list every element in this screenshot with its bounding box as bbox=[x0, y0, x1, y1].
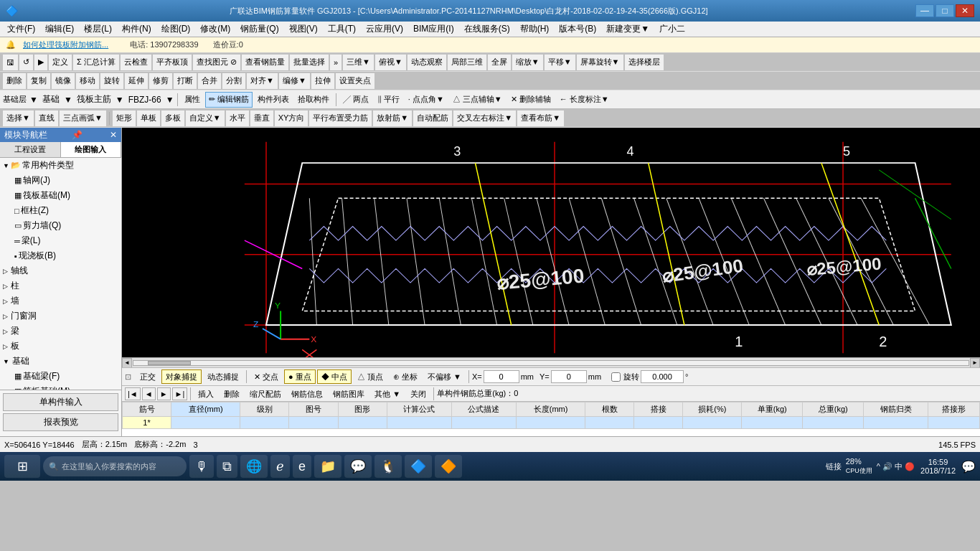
tree-node-fbeam[interactable]: ▦ 基础梁(F) bbox=[0, 369, 121, 384]
toolbar1-btn-12[interactable]: 俯视▼ bbox=[375, 55, 406, 70]
left-panel-close-icon[interactable]: ✕ bbox=[110, 130, 117, 140]
report-preview-button[interactable]: 报表预览 bbox=[3, 413, 118, 431]
edit-rebar-button[interactable]: ✏ 编辑钢筋 bbox=[205, 92, 253, 108]
table-row[interactable]: 1* bbox=[123, 417, 980, 429]
coord-snap-button[interactable]: ⊕ 坐标 bbox=[389, 369, 422, 384]
taskbar-app-cortana[interactable]: 🎙 bbox=[189, 455, 214, 478]
nav-next-button[interactable]: ► bbox=[157, 387, 171, 400]
scroll-thumb[interactable] bbox=[148, 361, 191, 365]
taskbar-app-wechat[interactable]: 💬 bbox=[344, 455, 372, 478]
menu-item-bimi[interactable]: BIM应用(I) bbox=[409, 22, 458, 37]
taskbar-app-app2[interactable]: 🔶 bbox=[435, 455, 462, 478]
toolbar2-btn-1[interactable]: 复制 bbox=[27, 73, 50, 89]
taskbar-app-ie2[interactable]: e bbox=[293, 455, 311, 478]
left-panel-pin-icon[interactable]: 📌 bbox=[72, 130, 83, 140]
toolbar3-btn-7[interactable]: 自定义▼ bbox=[186, 110, 225, 126]
tree-node-shearwall[interactable]: ▭ 剪力墙(Q) bbox=[0, 218, 121, 233]
menu-item-h[interactable]: 帮助(H) bbox=[516, 22, 554, 37]
vertex-snap-button[interactable]: △ 顶点 bbox=[353, 369, 387, 384]
three-point-axis-button[interactable]: △ 三点辅轴▼ bbox=[449, 92, 506, 108]
minimize-button[interactable]: — bbox=[915, 4, 934, 17]
menu-item-l[interactable]: 楼层(L) bbox=[80, 22, 116, 37]
taskbar-search[interactable]: 🔍 在这里输入你要搜索的内容 bbox=[43, 456, 187, 476]
parallel-button[interactable]: ∥ 平行 bbox=[374, 92, 403, 108]
nav-prev-button[interactable]: ◄ bbox=[142, 387, 156, 400]
menu-item-n[interactable]: 构件(N) bbox=[118, 22, 156, 37]
menu-item-v[interactable]: 云应用(V) bbox=[362, 22, 407, 37]
rotate-input[interactable] bbox=[641, 370, 684, 383]
toolbar3-btn-15[interactable]: 查看布筋▼ bbox=[517, 110, 564, 126]
rotate-checkbox[interactable] bbox=[611, 372, 621, 382]
menu-item-[interactable]: 新建变更▼ bbox=[602, 22, 654, 37]
menu-item-q[interactable]: 钢筋量(Q) bbox=[236, 22, 283, 37]
taskbar-app-app1[interactable]: 🔷 bbox=[405, 455, 432, 478]
toolbar1-btn-14[interactable]: 局部三维 bbox=[448, 55, 486, 70]
toolbar2-btn-8[interactable]: 合并 bbox=[198, 73, 221, 89]
close-table-button[interactable]: 关闭 bbox=[406, 387, 430, 400]
tab-project-settings[interactable]: 工程设置 bbox=[0, 142, 61, 157]
toolbar3-btn-10[interactable]: XY方向 bbox=[275, 110, 308, 126]
object-snap-button[interactable]: 对象捕捉 bbox=[161, 369, 202, 384]
close-button[interactable]: ✕ bbox=[956, 4, 974, 17]
taskbar-app-ie[interactable]: ℯ bbox=[270, 455, 290, 478]
toolbar3-btn-0[interactable]: 选择▼ bbox=[3, 110, 34, 126]
tree-node-beam2[interactable]: ▷ 梁 bbox=[0, 324, 121, 339]
toolbar2-btn-0[interactable]: 删除 bbox=[3, 73, 26, 89]
insert-row-button[interactable]: 插入 bbox=[194, 387, 218, 400]
toolbar3-btn-2[interactable]: 三点画弧▼ bbox=[60, 110, 106, 126]
scale-rebar-button[interactable]: 缩尺配筋 bbox=[245, 387, 286, 400]
orthogonal-button[interactable]: 正交 bbox=[136, 369, 160, 384]
toolbar1-btn-18[interactable]: 屏幕旋转▼ bbox=[577, 55, 623, 70]
toolbar1-btn-0[interactable]: 🖫 bbox=[3, 55, 18, 70]
taskbar-app-qq[interactable]: 🐧 bbox=[374, 455, 402, 478]
toolbar1-btn-16[interactable]: 缩放▼ bbox=[512, 55, 543, 70]
cad-viewport[interactable]: ⌀25@100 ⌀25@100 ⌀25@100 3 4 5 1 2 X Y Z bbox=[122, 128, 980, 367]
tree-node-slab[interactable]: ▪ 现浇板(B) bbox=[0, 248, 121, 263]
x-coord-input[interactable] bbox=[484, 370, 519, 383]
toolbar1-btn-11[interactable]: 三维▼ bbox=[343, 55, 374, 70]
menu-item-f[interactable]: 文件(F) bbox=[3, 22, 39, 37]
toolbar3-btn-8[interactable]: 水平 bbox=[226, 110, 249, 126]
component-list-button[interactable]: 构件列表 bbox=[254, 92, 293, 108]
menu-item-s[interactable]: 在线服务(S) bbox=[460, 22, 514, 37]
cell-figno[interactable] bbox=[289, 417, 338, 429]
toolbar2-btn-2[interactable]: 镜像 bbox=[52, 73, 75, 89]
nav-first-button[interactable]: |◄ bbox=[125, 387, 141, 400]
tree-node-axis[interactable]: ▦ 轴网(J) bbox=[0, 173, 121, 188]
canvas-scrollbar[interactable]: ◄ ► bbox=[122, 357, 980, 367]
point-angle-button[interactable]: · 点点角▼ bbox=[405, 92, 448, 108]
menu-item-d[interactable]: 绘图(D) bbox=[157, 22, 195, 37]
toolbar1-btn-19[interactable]: 选择楼层 bbox=[625, 55, 664, 70]
other-button[interactable]: 其他 ▼ bbox=[370, 387, 405, 400]
tree-node-common[interactable]: ▼ 📂 常用构件类型 bbox=[0, 158, 121, 173]
toolbar3-btn-1[interactable]: 直线 bbox=[35, 110, 58, 126]
cell-grade[interactable] bbox=[240, 417, 289, 429]
toolbar1-btn-13[interactable]: 动态观察 bbox=[407, 55, 446, 70]
menu-item-m[interactable]: 修改(M) bbox=[196, 22, 235, 37]
cell-formula[interactable] bbox=[387, 417, 451, 429]
toolbar1-btn-10[interactable]: » bbox=[330, 55, 341, 70]
scroll-right-arrow[interactable]: ► bbox=[970, 358, 980, 368]
toolbar1-btn-5[interactable]: 云检查 bbox=[121, 55, 151, 70]
tree-node-door[interactable]: ▷ 门窗洞 bbox=[0, 309, 121, 324]
intersection-snap-button[interactable]: ✕ 交点 bbox=[250, 369, 283, 384]
toolbar3-btn-14[interactable]: 交叉左右标注▼ bbox=[453, 110, 516, 126]
toolbar1-btn-9[interactable]: 批量选择 bbox=[290, 55, 329, 70]
two-point-button[interactable]: ╱ 两点 bbox=[339, 92, 372, 108]
toolbar3-btn-12[interactable]: 放射筋▼ bbox=[373, 110, 412, 126]
delete-axis-button[interactable]: ✕ 删除辅轴 bbox=[507, 92, 555, 108]
menu-item-[interactable]: 广小二 bbox=[655, 22, 689, 37]
length-mark-button[interactable]: ← 长度标注▼ bbox=[556, 92, 613, 108]
toolbar3-btn-9[interactable]: 垂直 bbox=[250, 110, 273, 126]
toolbar2-btn-11[interactable]: 编修▼ bbox=[279, 73, 310, 89]
toolbar3-btn-11[interactable]: 平行布置受力筋 bbox=[309, 110, 372, 126]
toolbar1-btn-8[interactable]: 查看钢筋量 bbox=[242, 55, 288, 70]
toolbar1-btn-7[interactable]: 查找图元 ⊘ bbox=[193, 55, 240, 70]
scroll-track[interactable] bbox=[133, 360, 969, 366]
endpoint-snap-button[interactable]: ● 重点 bbox=[284, 369, 316, 384]
toolbar2-btn-5[interactable]: 延伸 bbox=[125, 73, 148, 89]
toolbar2-btn-6[interactable]: 修剪 bbox=[149, 73, 172, 89]
menu-item-t[interactable]: 工具(T) bbox=[324, 22, 360, 37]
tree-node-slab2[interactable]: ▷ 板 bbox=[0, 339, 121, 354]
toolbar2-btn-12[interactable]: 拉伸 bbox=[311, 73, 334, 89]
